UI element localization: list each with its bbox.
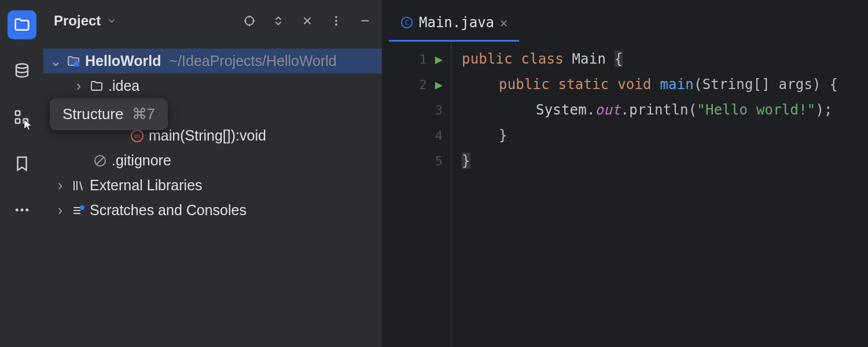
tree-root-name: HelloWorld bbox=[85, 53, 161, 69]
chevron-down-icon bbox=[106, 16, 117, 26]
module-folder-icon bbox=[67, 54, 80, 68]
svg-point-5 bbox=[20, 209, 23, 212]
svg-point-6 bbox=[25, 209, 28, 212]
class-icon: C bbox=[400, 16, 413, 29]
code[interactable]: public class Main { public static void m… bbox=[451, 42, 868, 347]
svg-text:C: C bbox=[405, 19, 409, 27]
tab-main-java[interactable]: C Main.java ✕ bbox=[389, 6, 519, 42]
tree-scratches[interactable]: › Scratches and Consoles bbox=[43, 198, 382, 223]
tree-gitignore-label: .gitignore bbox=[112, 152, 171, 169]
run-icon[interactable]: ▶ bbox=[435, 52, 443, 67]
panel-header: Project bbox=[43, 0, 382, 42]
line-number: 3 bbox=[435, 103, 443, 117]
tree-gitignore[interactable]: .gitignore bbox=[43, 148, 382, 173]
svg-point-10 bbox=[335, 24, 337, 26]
editor: C Main.java ✕ 1▶ 2▶ 3 4 5 public class M… bbox=[382, 0, 868, 347]
svg-rect-3 bbox=[15, 119, 20, 124]
svg-rect-2 bbox=[23, 119, 28, 124]
svg-text:m: m bbox=[134, 132, 139, 139]
activity-more-icon[interactable] bbox=[8, 195, 36, 224]
activity-structure-icon[interactable] bbox=[8, 103, 36, 132]
project-panel: Project ⌄ HelloWorld ~/IdeaProjects/Hell… bbox=[43, 0, 382, 347]
line-number: 1 bbox=[420, 52, 427, 67]
tree-scratches-label: Scratches and Consoles bbox=[90, 202, 247, 219]
close-icon[interactable]: ✕ bbox=[500, 16, 507, 30]
svg-point-7 bbox=[245, 17, 254, 25]
panel-title-label: Project bbox=[54, 13, 101, 29]
scratches-icon bbox=[71, 204, 85, 217]
svg-point-9 bbox=[335, 20, 337, 22]
tooltip-label: Structure bbox=[62, 105, 124, 123]
svg-point-8 bbox=[335, 16, 337, 19]
ignore-icon bbox=[93, 154, 107, 168]
svg-point-0 bbox=[16, 64, 28, 69]
activity-bar bbox=[0, 0, 43, 347]
arrow-expanded-icon: ⌄ bbox=[49, 53, 62, 69]
minimize-icon[interactable] bbox=[359, 14, 372, 27]
svg-rect-1 bbox=[15, 111, 20, 116]
code-area: 1▶ 2▶ 3 4 5 public class Main { public s… bbox=[382, 42, 868, 347]
activity-project-icon[interactable] bbox=[8, 10, 36, 39]
arrow-collapsed-icon: › bbox=[54, 202, 67, 219]
line-number: 5 bbox=[435, 154, 443, 168]
tree-idea-folder[interactable]: › .idea bbox=[43, 73, 382, 98]
tree-root[interactable]: ⌄ HelloWorld ~/IdeaProjects/HelloWorld bbox=[43, 49, 382, 73]
method-icon: m bbox=[130, 129, 144, 143]
gutter: 1▶ 2▶ 3 4 5 bbox=[382, 42, 451, 347]
kebab-icon[interactable] bbox=[330, 14, 343, 27]
tree-idea-label: .idea bbox=[108, 77, 139, 94]
svg-rect-11 bbox=[74, 61, 79, 67]
tree-ext-libs-label: External Libraries bbox=[90, 177, 203, 194]
arrow-collapsed-icon: › bbox=[54, 177, 67, 194]
library-icon bbox=[71, 179, 85, 193]
tooltip-structure: Structure ⌘7 bbox=[50, 98, 168, 130]
panel-title-select[interactable]: Project bbox=[54, 13, 117, 29]
arrow-collapsed-icon: › bbox=[72, 77, 85, 94]
tree-main-method-label: main(String[]):void bbox=[149, 127, 266, 144]
project-tree: ⌄ HelloWorld ~/IdeaProjects/HelloWorld ›… bbox=[43, 42, 382, 230]
locate-icon[interactable] bbox=[243, 14, 256, 27]
tooltip-shortcut: ⌘7 bbox=[132, 105, 155, 123]
line-number: 2 bbox=[420, 77, 427, 92]
tree-ext-libs[interactable]: › External Libraries bbox=[43, 173, 382, 198]
svg-point-4 bbox=[15, 209, 18, 212]
editor-tabs: C Main.java ✕ bbox=[382, 0, 868, 42]
activity-bookmarks-icon[interactable] bbox=[8, 149, 36, 178]
svg-point-17 bbox=[80, 205, 84, 210]
folder-icon bbox=[90, 79, 104, 93]
line-number: 4 bbox=[435, 128, 443, 143]
collapse-icon[interactable] bbox=[301, 14, 314, 27]
expand-icon[interactable] bbox=[272, 14, 285, 27]
activity-database-icon[interactable] bbox=[8, 57, 36, 86]
tab-label: Main.java bbox=[419, 14, 494, 31]
tree-root-path: ~/IdeaProjects/HelloWorld bbox=[169, 53, 336, 69]
panel-actions bbox=[243, 14, 372, 27]
run-icon[interactable]: ▶ bbox=[435, 77, 443, 92]
